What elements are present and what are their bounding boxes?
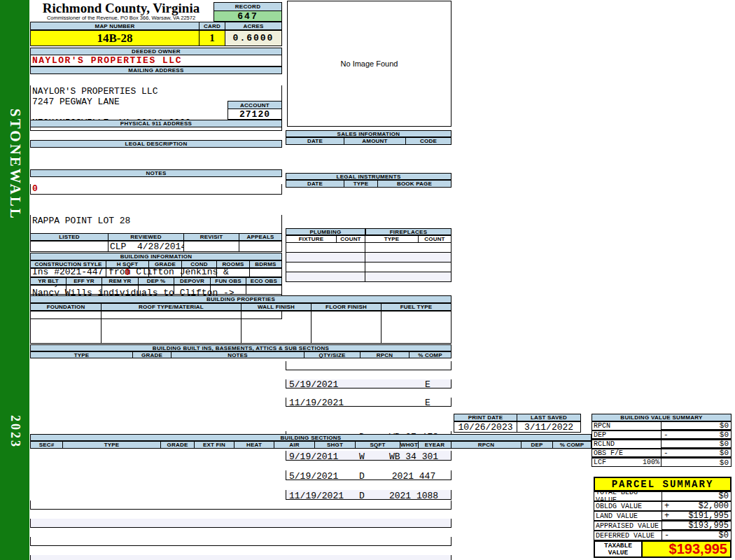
bvs-sign: -: [664, 430, 668, 439]
fireplace-count-header: COUNT: [419, 235, 451, 243]
bvs-label: DEP: [594, 431, 606, 439]
map-card-acres-value-row: 14B-28 1 0.6000: [30, 30, 282, 46]
map-number-header: MAP NUMBER: [30, 22, 200, 30]
map-card-acres-header-row: MAP NUMBER CARD ACRES: [30, 22, 282, 30]
card-header: CARD: [200, 22, 225, 30]
mailing-address-header: MAILING ADDRESS: [30, 66, 282, 74]
built-ins-empty-row: [30, 519, 451, 528]
plumbing-cell: [286, 253, 365, 262]
sale-code: E: [407, 379, 449, 390]
plumbing-fireplaces-header-row: FIXTURE COUNT TYPE COUNT: [286, 235, 451, 243]
print-date-value: 10/26/2023: [454, 421, 517, 433]
listed-value: [30, 241, 108, 252]
sales-row: [286, 361, 451, 370]
built-ins-grade-header: GRADE: [133, 351, 172, 358]
li-date: 5/19/2021: [289, 471, 338, 482]
tax-year-label: 2023: [0, 406, 29, 458]
built-ins-notes-header: NOTES: [172, 351, 304, 358]
building-sections-header-row: SEC# TYPE GRADE EXT FIN HEAT AIR SHGT SQ…: [30, 441, 592, 449]
eff-yr-value: [66, 285, 102, 295]
floor-finish-value: [312, 311, 382, 344]
bs-extfin-header: EXT FIN: [195, 441, 234, 449]
cond-value: [182, 268, 217, 277]
building-sections-header: BUILDING SECTIONS: [30, 434, 592, 441]
bvs-row: RPCN $0: [592, 421, 732, 430]
building-properties-value-row: [30, 311, 451, 344]
reviewed-header: REVIEWED: [108, 233, 184, 241]
deeded-owner-header: DEEDED OWNER: [30, 48, 282, 55]
reviewed-value: CLP 4/28/2014: [108, 241, 184, 252]
legal-instrument-row: 5/19/2021 D 2021 447: [286, 470, 451, 480]
bvs-sign: -: [664, 449, 668, 457]
plumbing-header: PLUMBING: [286, 228, 365, 235]
sales-header-row: DATE AMOUNT CODE: [286, 137, 451, 145]
rem-yr-header: REM YR: [102, 277, 139, 285]
plumbing-cell: [286, 262, 365, 272]
last-saved-value: 3/11/2022: [517, 421, 581, 433]
ps-value: $2,000: [699, 501, 729, 511]
print-header-row: PRINT DATE LAST SAVED: [454, 414, 581, 421]
acres-header: ACRES: [225, 22, 282, 30]
li-date-header: DATE: [286, 180, 344, 188]
sale-code: E: [407, 398, 449, 408]
print-date-header: PRINT DATE: [454, 414, 517, 421]
ps-sign: +: [664, 511, 669, 521]
foundation-header: FOUNDATION: [30, 303, 102, 311]
fireplace-type-header: TYPE: [365, 235, 419, 243]
bs-dep-header: DEP: [522, 441, 553, 449]
depovr-header: DEPOVR: [174, 277, 211, 285]
li-type: W: [345, 451, 379, 462]
parcel-summary-row: DEFERRED VALUE -$0: [594, 531, 732, 540]
bs-grade-header: GRADE: [161, 441, 195, 449]
rooms-header: ROOMS: [217, 260, 250, 268]
ps-value: $0: [719, 491, 729, 501]
fireplace-cell: [365, 262, 451, 272]
bs-sqft-header: SQFT: [356, 441, 400, 449]
sales-information-header: SALES INFORMATION: [286, 130, 451, 137]
depovr-value: [174, 285, 211, 295]
sale-date: 11/19/2021: [289, 398, 344, 408]
physical-address-value: 0: [30, 184, 282, 195]
card-value: 1: [200, 30, 225, 46]
plumbing-fireplaces-row: [286, 262, 451, 272]
parcel-summary-row: TOTAL BLDG VALUE $0: [594, 491, 732, 501]
mailing-line1: NAYLOR'S PROPERTIES LLC: [32, 86, 158, 97]
bvs-value: $0: [720, 458, 729, 467]
record-header: RECORD: [214, 2, 282, 11]
built-ins-rpcn-header: RPCN: [360, 351, 410, 358]
wall-finish-value: [241, 311, 312, 344]
legal-instrument-row: 9/19/2011 W WB 34 301: [286, 451, 451, 461]
bs-comp-header: % COMP: [553, 441, 592, 449]
map-number-value: 14B-28: [30, 30, 200, 46]
sales-amount-header: AMOUNT: [344, 137, 406, 145]
ps-sign: -: [664, 531, 669, 540]
taxable-value: $193,995: [643, 540, 732, 558]
revisit-header: REVISIT: [184, 233, 239, 241]
ps-label: LAND VALUE: [594, 511, 662, 521]
plumbing-cell: [286, 243, 365, 253]
legal-instrument-row: 11/19/2021 D 2021 1088: [286, 490, 451, 500]
bs-shgt-header: SHGT: [315, 441, 356, 449]
bs-whgt-header: WHGT: [400, 441, 419, 449]
bvs-label: RPCN: [594, 422, 610, 430]
bvs-value: $0: [720, 421, 729, 430]
ps-value: $193,995: [688, 521, 729, 531]
built-ins-qty-header: QTY/SIZE: [304, 351, 360, 358]
bs-sec-header: SEC#: [30, 441, 63, 449]
building-info-header-row1: CONSTRUCTION STYLE H SQFT GRADE COND ROO…: [30, 260, 282, 268]
roof-type-value: [102, 311, 241, 344]
property-record-card: STONEWALL 2023 Richmond County, Virginia…: [0, 0, 735, 560]
plumbing-cell: [286, 272, 365, 282]
bdrms-value: [250, 268, 282, 277]
rem-yr-value: [102, 285, 139, 295]
ps-label: OBLDG VALUE: [594, 501, 662, 511]
built-ins-type-header: TYPE: [30, 351, 133, 358]
appeals-value: [239, 241, 282, 252]
grade-value: [149, 268, 182, 277]
yr-blt-header: YR BLT: [30, 277, 66, 285]
fireplace-cell: [365, 272, 451, 282]
bs-eyear-header: EYEAR: [419, 441, 451, 449]
county-title: Richmond County, Virginia: [32, 1, 210, 15]
fireplace-cell: [365, 253, 451, 262]
parcel-summary-header: PARCEL SUMMARY: [594, 477, 732, 491]
